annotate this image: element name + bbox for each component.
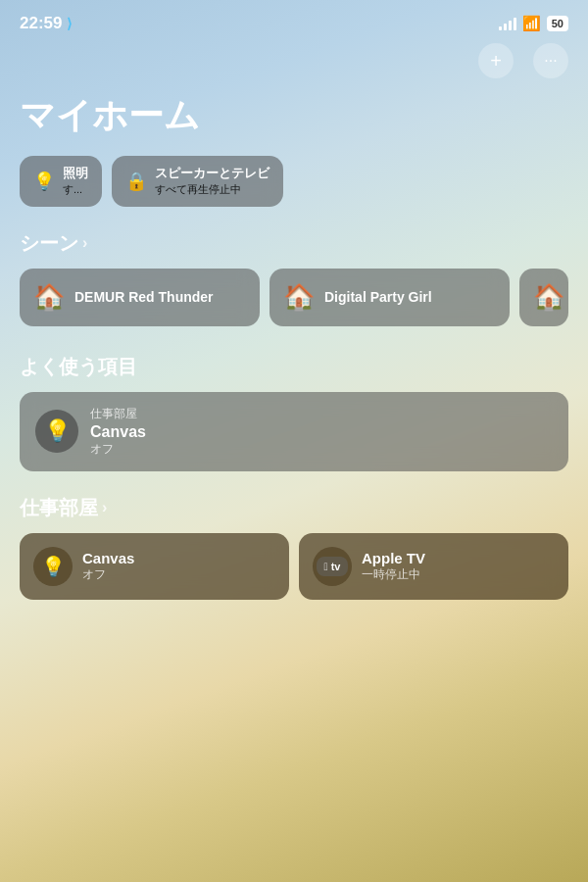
scene-cards: 🏠 DEMUR Red Thunder 🏠 Digital Party Girl… — [0, 269, 588, 350]
fav-light-icon: 💡 — [44, 418, 71, 444]
quick-tile-lights-text: 照明 す... — [63, 166, 88, 197]
fav-label: よく使う項目 — [20, 354, 137, 380]
scene-card-0[interactable]: 🏠 DEMUR Red Thunder — [20, 269, 260, 326]
room-label: 仕事部屋 — [20, 495, 98, 521]
canvas-name: Canvas — [82, 550, 134, 566]
appletv-logo:  tv — [317, 557, 349, 576]
add-button[interactable]: + — [478, 43, 514, 78]
scenes-section-header[interactable]: シーン › — [0, 226, 588, 269]
ellipsis-icon: ··· — [544, 52, 557, 70]
fav-tile-canvas[interactable]: 💡 仕事部屋 Canvas オフ — [20, 392, 568, 471]
scene-card-1[interactable]: 🏠 Digital Party Girl — [270, 269, 510, 326]
room-section: 仕事部屋 › 💡 Canvas オフ  tv Apple TV 一時停止中 — [0, 491, 588, 600]
fav-room-label: 仕事部屋 — [90, 406, 146, 422]
appletv-info: Apple TV 一時停止中 — [362, 550, 425, 583]
speaker-icon: 🔒 — [125, 171, 147, 192]
signal-icon — [499, 17, 516, 30]
quick-actions: 💡 照明 す... 🔒 スピーカーとテレビ すべて再生停止中 — [0, 156, 588, 226]
add-icon: + — [490, 50, 502, 73]
appletv-icon-wrap:  tv — [313, 547, 352, 586]
fav-name-label: Canvas — [90, 423, 146, 441]
room-cards: 💡 Canvas オフ  tv Apple TV 一時停止中 — [20, 533, 568, 600]
canvas-icon-wrap: 💡 — [33, 547, 73, 586]
scene-card-label-1: Digital Party Girl — [324, 288, 432, 306]
battery-indicator: 50 — [547, 16, 568, 31]
status-time: 22:59 ⟩ — [20, 14, 72, 33]
room-card-canvas[interactable]: 💡 Canvas オフ — [20, 533, 289, 600]
quick-tile-speakers-sub: すべて再生停止中 — [155, 182, 270, 197]
fav-section: 💡 仕事部屋 Canvas オフ — [0, 392, 588, 491]
light-icon: 💡 — [33, 171, 55, 192]
fav-section-header: よく使う項目 — [0, 350, 588, 392]
fav-canvas-info: 仕事部屋 Canvas オフ — [90, 406, 146, 458]
quick-tile-lights[interactable]: 💡 照明 す... — [20, 156, 102, 207]
scene-card-label-0: DEMUR Red Thunder — [74, 288, 214, 306]
quick-tile-speakers-text: スピーカーとテレビ すべて再生停止中 — [155, 166, 270, 197]
time-display: 22:59 — [20, 14, 62, 33]
status-bar: 22:59 ⟩ 📶 50 — [0, 0, 588, 39]
wifi-icon: 📶 — [522, 15, 541, 32]
scenes-label: シーン — [20, 230, 78, 257]
room-section-header[interactable]: 仕事部屋 › — [20, 491, 568, 533]
more-button[interactable]: ··· — [533, 43, 568, 78]
toolbar: + ··· — [0, 39, 588, 88]
location-icon: ⟩ — [67, 16, 72, 31]
scene-home-icon-1: 🏠 — [283, 282, 315, 313]
scene-card-2[interactable]: 🏠 — [519, 269, 568, 326]
appletv-name: Apple TV — [362, 550, 425, 566]
appletv-text: tv — [331, 561, 341, 572]
appletv-status: 一時停止中 — [362, 566, 425, 583]
quick-tile-lights-name: 照明 — [63, 166, 88, 182]
quick-tile-speakers-name: スピーカーとテレビ — [155, 166, 270, 182]
scenes-chevron: › — [82, 234, 87, 252]
room-card-appletv[interactable]:  tv Apple TV 一時停止中 — [299, 533, 568, 600]
fav-light-icon-wrap: 💡 — [35, 410, 78, 453]
room-chevron: › — [102, 499, 107, 516]
status-icons: 📶 50 — [499, 15, 568, 32]
battery-level: 50 — [552, 18, 564, 29]
quick-tile-lights-sub: す... — [63, 182, 88, 197]
appletv-apple:  — [324, 561, 328, 572]
canvas-status: オフ — [82, 566, 134, 583]
canvas-info: Canvas オフ — [82, 550, 134, 583]
page-title: マイホーム — [0, 88, 588, 156]
fav-status-label: オフ — [90, 441, 146, 458]
scene-home-icon-0: 🏠 — [33, 282, 65, 313]
quick-tile-speakers[interactable]: 🔒 スピーカーとテレビ すべて再生停止中 — [112, 156, 283, 207]
canvas-light-icon: 💡 — [41, 555, 66, 578]
scene-home-icon-2: 🏠 — [533, 282, 564, 313]
